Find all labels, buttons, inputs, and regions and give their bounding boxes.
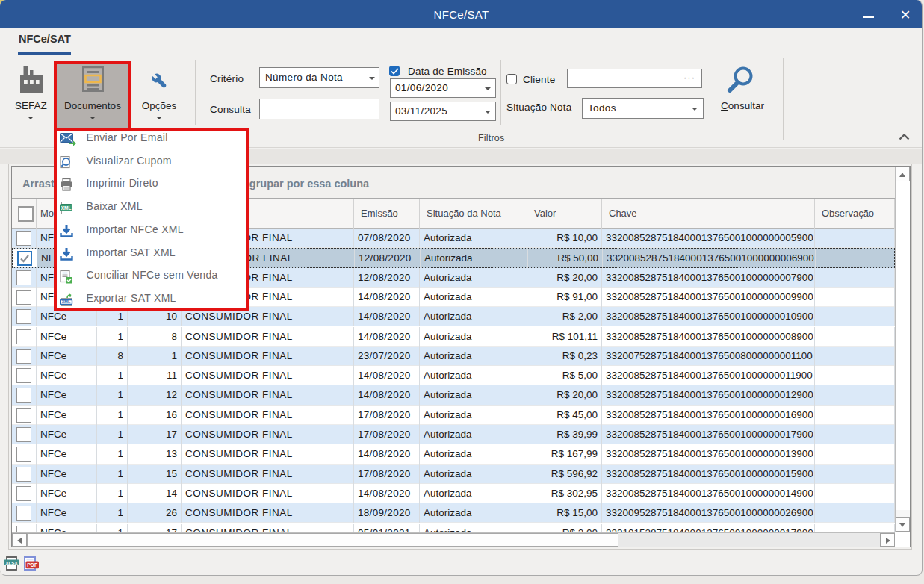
svg-text:XML: XML [61, 205, 72, 211]
svg-text:PDF: PDF [27, 562, 38, 568]
svg-text:XLSX: XLSX [5, 560, 18, 565]
svg-text:XML: XML [62, 299, 71, 304]
